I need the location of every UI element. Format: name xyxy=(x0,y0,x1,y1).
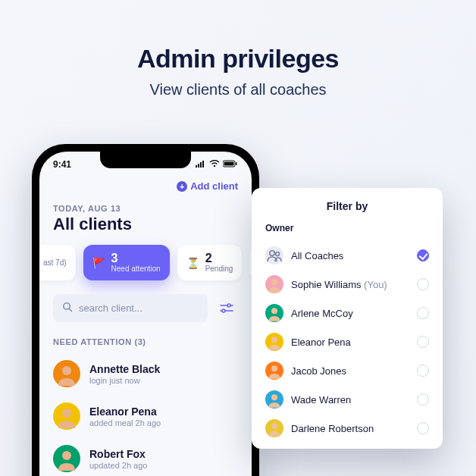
svg-line-9 xyxy=(69,308,71,311)
client-name: Robert Fox xyxy=(89,448,147,460)
flag-icon: 🚩 xyxy=(92,257,105,269)
filter-button[interactable] xyxy=(215,297,238,320)
filter-popover: Filter by Owner All CoachesSophie Willia… xyxy=(252,188,443,449)
client-row[interactable]: Annette Blacklogin just now xyxy=(53,352,238,395)
coach-avatar xyxy=(265,419,283,437)
radio-icon xyxy=(417,365,429,377)
svg-point-21 xyxy=(276,252,280,256)
filter-option[interactable]: All Coaches xyxy=(265,241,429,270)
status-time: 9:41 xyxy=(53,159,71,170)
search-input[interactable]: search client... xyxy=(53,294,208,322)
battery-icon xyxy=(223,159,238,170)
client-meta: login just now xyxy=(89,376,160,385)
svg-point-15 xyxy=(62,366,71,375)
chip-pending-count: 2 xyxy=(205,252,233,265)
chip-pending-label: Pending xyxy=(205,265,233,273)
svg-rect-0 xyxy=(196,165,197,168)
client-name: Annette Black xyxy=(89,363,160,375)
svg-point-27 xyxy=(271,337,277,343)
filter-option-label: Jacob Jones xyxy=(291,365,409,377)
svg-point-17 xyxy=(62,409,71,418)
svg-point-33 xyxy=(271,423,277,429)
svg-rect-3 xyxy=(202,161,204,168)
client-meta: added meal 2h ago xyxy=(89,418,161,427)
filter-option-label: Arlene McCoy xyxy=(291,308,409,319)
client-avatar xyxy=(53,402,80,430)
svg-point-31 xyxy=(271,394,277,400)
filter-option[interactable]: Darlene Robertson xyxy=(265,414,429,443)
search-icon xyxy=(62,302,73,315)
filter-option-label: Wade Warren xyxy=(291,394,409,406)
wifi-icon xyxy=(209,159,220,170)
search-placeholder: search client... xyxy=(79,302,142,314)
filter-title: Filter by xyxy=(265,200,429,212)
hourglass-icon: ⏳ xyxy=(186,257,199,269)
group-icon xyxy=(265,246,283,265)
chip-attention-count: 3 xyxy=(111,252,161,265)
client-meta: updated 2h ago xyxy=(89,461,147,470)
filter-option[interactable]: Eleanor Pena xyxy=(265,327,429,356)
page-title: All clients xyxy=(53,215,238,234)
filter-option[interactable]: Jacob Jones xyxy=(265,356,429,385)
radio-icon xyxy=(417,249,429,261)
page-subtitle: View clients of all coaches xyxy=(0,81,476,99)
chip-need-attention[interactable]: 🚩 3 Need attention xyxy=(83,245,170,280)
client-row[interactable]: Eleanor Penaadded meal 2h ago xyxy=(53,395,238,437)
page-headline: Admin privileges xyxy=(0,44,476,74)
radio-icon xyxy=(417,336,429,348)
coach-avatar xyxy=(265,362,283,380)
chip-prev[interactable]: 📊 ast 7d) xyxy=(39,245,76,280)
svg-point-13 xyxy=(222,309,225,312)
svg-point-23 xyxy=(271,279,277,285)
client-row[interactable]: Robert Foxupdated 2h ago xyxy=(53,437,238,476)
coach-avatar xyxy=(265,304,283,322)
client-avatar xyxy=(53,360,80,387)
svg-rect-7 xyxy=(236,162,237,165)
chip-prev-label: ast 7d) xyxy=(43,258,67,267)
status-chips: 📊 ast 7d) 🚩 3 Need attention ⏳ 2 xyxy=(39,245,238,280)
svg-point-4 xyxy=(214,165,215,167)
svg-point-20 xyxy=(270,251,274,255)
radio-icon xyxy=(417,393,429,406)
phone-frame: 9:41 + Add client xyxy=(32,144,259,476)
svg-point-19 xyxy=(62,451,71,460)
signal-icon xyxy=(196,159,206,170)
svg-rect-2 xyxy=(200,162,202,168)
sliders-icon xyxy=(220,303,233,314)
add-client-label: Add client xyxy=(190,180,238,192)
coach-avatar xyxy=(265,333,283,351)
section-header: NEED ATTENTION (3) xyxy=(53,337,238,346)
svg-point-25 xyxy=(271,308,277,314)
filter-option-label: Darlene Robertson xyxy=(291,423,409,434)
coach-avatar xyxy=(265,275,283,293)
filter-option-label: Eleanor Pena xyxy=(291,337,409,348)
coach-avatar xyxy=(265,390,283,409)
radio-icon xyxy=(417,278,429,290)
filter-section-label: Owner xyxy=(265,223,429,233)
svg-point-29 xyxy=(271,365,277,371)
filter-option[interactable]: Wade Warren xyxy=(265,385,429,414)
chip-pending[interactable]: ⏳ 2 Pending xyxy=(177,245,243,280)
filter-option[interactable]: Sophie Williams (You) xyxy=(265,270,429,299)
svg-rect-1 xyxy=(198,164,199,168)
phone-notch xyxy=(100,152,191,168)
svg-point-11 xyxy=(227,304,230,307)
today-label: TODAY, AUG 13 xyxy=(53,204,238,213)
plus-icon: + xyxy=(177,181,187,192)
add-client-button[interactable]: + Add client xyxy=(53,180,238,192)
radio-icon xyxy=(417,307,429,319)
filter-option-label: Sophie Williams (You) xyxy=(291,279,409,290)
chip-attention-label: Need attention xyxy=(111,265,161,273)
client-avatar xyxy=(53,445,80,472)
radio-icon xyxy=(417,422,429,434)
svg-rect-6 xyxy=(224,162,234,166)
filter-option-label: All Coaches xyxy=(291,250,409,261)
client-name: Eleanor Pena xyxy=(89,406,161,418)
filter-option[interactable]: Arlene McCoy xyxy=(265,299,429,327)
